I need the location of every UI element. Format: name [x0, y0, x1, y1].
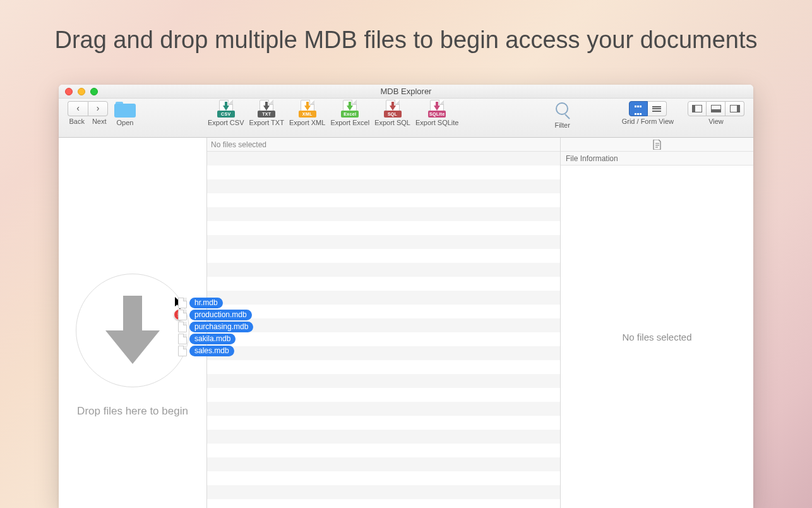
table-rows [207, 152, 560, 508]
panel-left-icon [692, 105, 702, 112]
table-row [207, 346, 560, 360]
filter-button[interactable]: Filter [544, 101, 582, 129]
table-row [207, 332, 560, 346]
app-window: MDB Explorer ‹ › Back Next Open [59, 85, 753, 508]
zoom-window-button[interactable] [90, 88, 98, 95]
table-row [207, 416, 560, 430]
magnifier-icon [553, 101, 572, 120]
back-label: Back [69, 118, 84, 125]
grid-view-button[interactable] [629, 101, 648, 116]
file-icon [178, 346, 187, 356]
table-row [207, 291, 560, 305]
dropzone-text: Drop files here to begin [77, 405, 188, 418]
table-row [207, 263, 560, 277]
open-button[interactable]: Open [110, 101, 140, 126]
drag-file-name: sakila.mdb [189, 334, 236, 344]
export-sql-button[interactable]: SQL Export SQL [372, 101, 413, 126]
export-sqlite-button[interactable]: SQLite Export SQLite [413, 101, 461, 126]
main-panel: No files selected [207, 138, 561, 508]
table-row [207, 360, 560, 374]
inspector-tab-file[interactable] [561, 138, 753, 152]
next-label: Next [92, 118, 107, 125]
marketing-headline: Drag and drop multiple MDB files to begi… [0, 0, 812, 54]
table-row [207, 471, 560, 485]
export-excel-icon: Excel [343, 101, 357, 118]
file-icon [178, 298, 187, 308]
next-button[interactable]: › [88, 101, 108, 116]
table-row [207, 235, 560, 249]
main-header-status: No files selected [207, 138, 560, 152]
export-txt-icon: TXT [260, 101, 273, 118]
table-row [207, 318, 560, 332]
drag-file: sales.mdb [178, 345, 253, 357]
folder-icon [114, 101, 136, 118]
export-xml-button[interactable]: XML Export XML [287, 101, 328, 126]
table-row [207, 444, 560, 457]
table-row [207, 277, 560, 291]
export-txt-button[interactable]: TXT Export TXT [246, 101, 286, 126]
table-row [207, 430, 560, 444]
table-row [207, 221, 560, 235]
drag-file-name: production.mdb [189, 310, 252, 320]
back-button[interactable]: ‹ [68, 101, 88, 116]
table-row [207, 499, 560, 508]
table-row [207, 374, 560, 388]
toggle-right-panel-button[interactable] [725, 101, 744, 116]
table-row [207, 249, 560, 263]
view-panels-toggle: View [685, 101, 747, 125]
table-row [207, 179, 560, 193]
list-icon [652, 105, 661, 112]
download-arrow-icon [104, 296, 161, 365]
drag-file: sakila.mdb [178, 333, 253, 345]
export-csv-icon: CSV [219, 101, 233, 118]
drag-file: purchasing.mdb [178, 321, 253, 333]
export-excel-button[interactable]: Excel Export Excel [328, 101, 372, 126]
file-icon [178, 322, 187, 332]
close-window-button[interactable] [65, 88, 73, 95]
export-sql-icon: SQL [386, 101, 400, 118]
document-icon [653, 140, 662, 150]
table-row [207, 305, 560, 318]
window-title: MDB Explorer [59, 87, 753, 96]
table-row [207, 166, 560, 179]
export-xml-icon: XML [301, 101, 314, 118]
table-row [207, 457, 560, 471]
nav-back-next-group: ‹ › Back Next [65, 101, 110, 125]
form-view-button[interactable] [648, 101, 667, 116]
drag-preview: 5 hr.mdb production.mdb purchasing.mdb s… [178, 297, 253, 357]
minimize-window-button[interactable] [78, 88, 85, 95]
grid-form-view-toggle: Grid / Form View [619, 101, 676, 125]
drag-file-name: sales.mdb [189, 346, 234, 356]
file-icon [178, 334, 187, 344]
inspector-empty-text: No files selected [561, 166, 753, 508]
dropzone-circle [76, 274, 189, 387]
table-row [207, 388, 560, 402]
drag-file: hr.mdb [178, 297, 253, 309]
panel-bottom-icon [711, 105, 721, 112]
table-row [207, 193, 560, 207]
table-row [207, 402, 560, 416]
panel-right-icon [730, 105, 740, 112]
table-row [207, 485, 560, 499]
table-row [207, 152, 560, 166]
inspector-section-header: File Information [561, 152, 753, 166]
drag-file-name: purchasing.mdb [189, 322, 253, 332]
toggle-bottom-panel-button[interactable] [707, 101, 725, 116]
table-row [207, 207, 560, 221]
toolbar: ‹ › Back Next Open CSV [59, 99, 753, 138]
grid-icon [635, 101, 642, 116]
titlebar: MDB Explorer [59, 85, 753, 99]
inspector-panel: File Information No files selected [561, 138, 753, 508]
export-sqlite-icon: SQLite [430, 101, 444, 118]
file-icon [178, 310, 187, 320]
export-csv-button[interactable]: CSV Export CSV [205, 101, 246, 126]
toggle-left-panel-button[interactable] [688, 101, 707, 116]
drag-file: production.mdb [178, 309, 253, 321]
drag-file-name: hr.mdb [189, 298, 223, 308]
traffic-lights [59, 88, 98, 95]
